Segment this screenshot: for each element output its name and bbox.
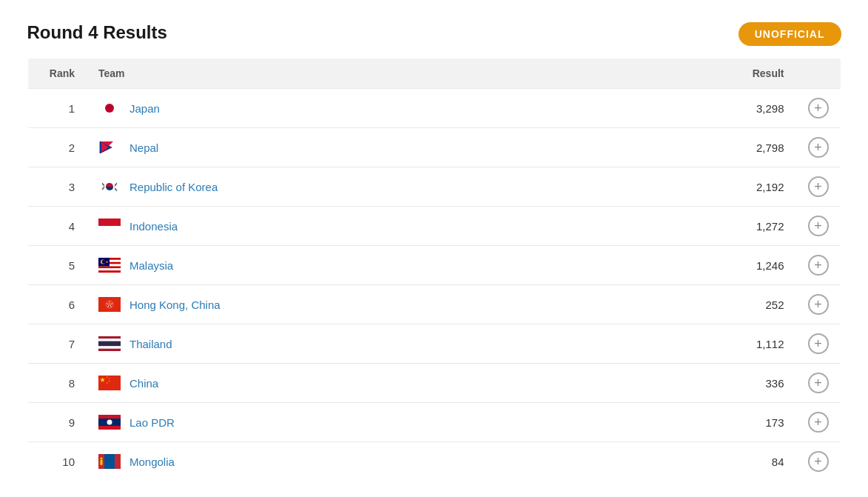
table-row: 3 Republic of Korea 2,192 + xyxy=(27,167,841,207)
svg-rect-55 xyxy=(101,460,103,464)
expand-button[interactable]: + xyxy=(808,412,829,433)
flag-icon xyxy=(98,336,121,351)
header-team: Team xyxy=(87,59,722,89)
result-cell: 3,298 xyxy=(722,89,796,128)
result-cell: 2,192 xyxy=(722,167,796,207)
rank-cell: 4 xyxy=(27,207,87,246)
svg-rect-51 xyxy=(104,454,115,469)
header-result: Result xyxy=(722,59,796,89)
result-cell: 2,798 xyxy=(722,128,796,167)
result-cell: 1,246 xyxy=(722,246,796,285)
flag-icon xyxy=(98,297,121,312)
svg-point-9 xyxy=(107,184,109,186)
header-action xyxy=(796,59,841,89)
expand-button[interactable]: + xyxy=(808,176,829,197)
rank-cell: 6 xyxy=(27,285,87,324)
team-cell: China xyxy=(87,364,722,403)
team-cell: Nepal xyxy=(87,128,722,167)
team-cell: Indonesia xyxy=(87,207,722,246)
svg-rect-27 xyxy=(98,268,121,270)
svg-rect-40 xyxy=(98,349,121,351)
unofficial-badge: UNOFFICIAL xyxy=(739,22,841,46)
team-cell: Japan xyxy=(87,89,722,128)
flag-icon xyxy=(98,415,121,430)
result-cell: 252 xyxy=(722,285,796,324)
result-cell: 336 xyxy=(722,364,796,403)
rank-cell: 9 xyxy=(27,403,87,442)
rank-cell: 1 xyxy=(27,89,87,128)
expand-button[interactable]: + xyxy=(808,333,829,354)
flag-icon xyxy=(98,179,121,194)
header-rank: Rank xyxy=(27,59,87,89)
team-name[interactable]: Malaysia xyxy=(129,259,173,272)
table-row: 6 Hong Kong, China 252 + xyxy=(27,285,841,324)
team-cell: Lao PDR xyxy=(87,403,722,442)
team-name[interactable]: Indonesia xyxy=(129,220,178,233)
svg-rect-20 xyxy=(98,219,121,226)
svg-rect-41 xyxy=(98,376,121,390)
flag-icon xyxy=(98,258,121,273)
table-header: Rank Team Result xyxy=(27,59,841,89)
rank-cell: 8 xyxy=(27,364,87,403)
action-cell: + xyxy=(796,403,841,442)
svg-point-31 xyxy=(102,260,106,264)
flag-icon xyxy=(98,454,121,469)
result-cell: 1,112 xyxy=(722,324,796,364)
expand-button[interactable]: + xyxy=(808,137,829,158)
table-row: 7 Thailand 1,112 + xyxy=(27,324,841,364)
rank-cell: 10 xyxy=(27,442,87,481)
action-cell: + xyxy=(796,89,841,128)
team-name[interactable]: Nepal xyxy=(129,141,158,154)
table-row: 1 Japan 3,298 + xyxy=(27,89,841,128)
team-cell: Republic of Korea xyxy=(87,167,722,207)
flag-icon xyxy=(98,376,121,390)
table-row: 10 Mongolia 84 + xyxy=(27,442,841,481)
action-cell: + xyxy=(796,324,841,364)
action-cell: + xyxy=(796,128,841,167)
svg-rect-39 xyxy=(98,346,121,348)
table-row: 4 Indonesia 1,272 + xyxy=(27,207,841,246)
team-name[interactable]: Mongolia xyxy=(129,456,175,468)
expand-button[interactable]: + xyxy=(808,373,829,393)
team-cell: Mongolia xyxy=(87,442,722,481)
table-row: 8 China 336 + xyxy=(27,364,841,403)
expand-button[interactable]: + xyxy=(808,294,829,315)
team-cell: Malaysia xyxy=(87,246,722,285)
table-body: 1 Japan 3,298 + 2 Nepal 2,79 xyxy=(27,89,841,481)
svg-rect-38 xyxy=(98,341,121,347)
team-name[interactable]: Japan xyxy=(129,102,160,115)
flag-icon xyxy=(98,140,121,155)
action-cell: + xyxy=(796,442,841,481)
result-cell: 173 xyxy=(722,403,796,442)
svg-point-49 xyxy=(107,420,112,425)
expand-button[interactable]: + xyxy=(808,98,829,119)
team-name[interactable]: Republic of Korea xyxy=(129,181,218,193)
team-name[interactable]: Thailand xyxy=(129,338,172,350)
svg-rect-37 xyxy=(98,338,121,341)
action-cell: + xyxy=(796,167,841,207)
team-name[interactable]: Hong Kong, China xyxy=(129,298,221,311)
svg-rect-28 xyxy=(98,270,121,273)
flag-icon xyxy=(98,101,121,116)
svg-point-54 xyxy=(101,458,103,460)
team-cell: Hong Kong, China xyxy=(87,285,722,324)
rank-cell: 5 xyxy=(27,246,87,285)
expand-button[interactable]: + xyxy=(808,216,829,236)
team-name[interactable]: China xyxy=(129,377,158,390)
team-name[interactable]: Lao PDR xyxy=(129,416,175,429)
action-cell: + xyxy=(796,246,841,285)
action-cell: + xyxy=(796,207,841,246)
table-row: 5 Malaysia 1,246 + xyxy=(27,246,841,285)
svg-rect-36 xyxy=(98,336,121,338)
expand-button[interactable]: + xyxy=(808,451,829,472)
svg-point-10 xyxy=(110,187,112,190)
result-cell: 1,272 xyxy=(722,207,796,246)
flag-icon xyxy=(98,219,121,233)
page-wrapper: UNOFFICIAL Round 4 Results Rank Team Res… xyxy=(27,22,841,481)
expand-button[interactable]: + xyxy=(808,255,829,276)
svg-rect-53 xyxy=(115,454,121,469)
action-cell: + xyxy=(796,364,841,403)
svg-point-1 xyxy=(105,104,114,113)
team-cell: Thailand xyxy=(87,324,722,364)
rank-cell: 7 xyxy=(27,324,87,364)
